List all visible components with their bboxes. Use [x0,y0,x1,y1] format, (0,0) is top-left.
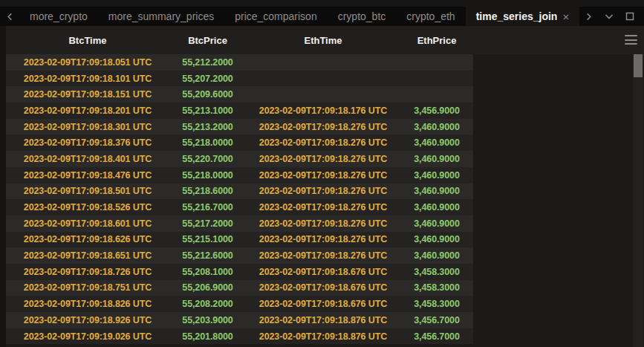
cell-eth-time: 2023-02-09T17:09:18.276 UTC [246,137,400,148]
scrollbar-track[interactable] [633,54,643,347]
table-row[interactable]: 2023-02-09T17:09:18.301 UTC55,213.200020… [6,119,473,135]
cell-eth-time: 2023-02-09T17:09:18.276 UTC [246,186,400,196]
chevron-down-icon[interactable] [602,10,616,23]
table-row[interactable]: 2023-02-09T17:09:18.101 UTC55,207.2000 [6,71,473,87]
table-row[interactable]: 2023-02-09T17:09:18.826 UTC55,208.200020… [6,296,473,312]
cell-btc-time: 2023-02-09T17:09:18.926 UTC [6,315,169,325]
tab-bar-controls [582,7,644,26]
cell-eth-price: 3,460.9000 [400,122,473,132]
scrollbar-thumb[interactable] [634,54,643,77]
table-row[interactable]: 2023-02-09T17:09:18.501 UTC55,218.600020… [6,184,473,200]
tab-price-comparison[interactable]: price_comparison [224,7,328,26]
cell-eth-price: 3,460.9000 [400,250,473,261]
tab-label: price_comparison [235,10,317,22]
cell-btc-time: 2023-02-09T17:09:18.726 UTC [6,267,169,277]
cell-eth-time: 2023-02-09T17:09:18.276 UTC [246,154,400,164]
scroll-tabs-left-icon[interactable] [0,7,19,26]
column-header-btc-time[interactable]: BtcTime [6,35,169,46]
cell-eth-price: 3,460.9000 [400,218,473,229]
cell-eth-price: 3,460.9000 [400,170,473,181]
cell-btc-time: 2023-02-09T17:09:18.301 UTC [6,122,169,132]
tab-label: crypto_eth [406,10,455,22]
tab-bar: more_crypto more_summary_prices price_co… [0,7,644,26]
cell-eth-time: 2023-02-09T17:09:18.676 UTC [246,282,400,293]
cell-btc-time: 2023-02-09T17:09:18.826 UTC [6,299,169,309]
cell-btc-price: 55,208.1000 [169,267,246,277]
table-row[interactable]: 2023-02-09T17:09:18.476 UTC55,218.000020… [6,167,473,184]
cell-eth-price: 3,456.9000 [400,106,473,116]
cell-eth-time: 2023-02-09T17:09:18.276 UTC [246,250,400,261]
table-row[interactable]: 2023-02-09T17:09:18.376 UTC55,218.000020… [6,134,473,151]
cell-btc-time: 2023-02-09T17:09:18.501 UTC [6,186,169,196]
table-row[interactable]: 2023-02-09T17:09:18.626 UTC55,215.100020… [6,232,473,248]
scroll-tabs-right-icon[interactable] [582,10,595,23]
window-top-edge [0,0,644,7]
tab-label: more_summary_prices [108,10,214,22]
cell-eth-price: 3,458.3000 [400,267,473,277]
cell-eth-time: 2023-02-09T17:09:18.876 UTC [246,331,400,342]
maximize-icon[interactable] [623,10,637,23]
cell-btc-price: 55,213.2000 [169,122,246,132]
cell-eth-time: 2023-02-09T17:09:18.676 UTC [246,299,400,309]
tab-label: crypto_btc [338,10,386,22]
cell-eth-price: 3,458.3000 [400,282,473,293]
cell-eth-price: 3,460.9000 [400,137,473,148]
cell-btc-time: 2023-02-09T17:09:18.601 UTC [6,218,169,229]
cell-btc-time: 2023-02-09T17:09:18.201 UTC [6,106,169,116]
cell-btc-price: 55,217.2000 [169,218,246,229]
cell-eth-price: 3,460.9000 [400,186,473,196]
table-row[interactable]: 2023-02-09T17:09:19.026 UTC55,201.800020… [6,328,473,345]
cell-eth-time: 2023-02-09T17:09:18.276 UTC [246,170,400,181]
table-row[interactable]: 2023-02-09T17:09:18.601 UTC55,217.200020… [6,215,473,232]
cell-eth-price: 3,460.9000 [400,202,473,213]
menu-icon[interactable] [625,35,637,45]
cell-btc-price: 55,216.7000 [169,202,246,213]
cell-eth-time: 2023-02-09T17:09:18.276 UTC [246,122,400,132]
table-row[interactable]: 2023-02-09T17:09:18.926 UTC55,203.900020… [6,312,473,328]
cell-btc-time: 2023-02-09T17:09:19.026 UTC [6,331,169,342]
cell-eth-time: 2023-02-09T17:09:18.276 UTC [246,218,400,229]
table-row[interactable]: 2023-02-09T17:09:18.151 UTC55,209.6000 [6,86,473,103]
cell-btc-time: 2023-02-09T17:09:18.051 UTC [6,57,169,68]
cell-btc-time: 2023-02-09T17:09:18.626 UTC [6,234,169,244]
column-header-btc-price[interactable]: BtcPrice [169,35,246,46]
tab-label: time_series_join [476,10,558,22]
cell-btc-time: 2023-02-09T17:09:18.376 UTC [6,137,169,148]
column-header-eth-price[interactable]: EthPrice [400,35,473,46]
tab-crypto-btc[interactable]: crypto_btc [328,7,397,26]
table-row[interactable]: 2023-02-09T17:09:18.526 UTC55,216.700020… [6,199,473,215]
tab-crypto-eth[interactable]: crypto_eth [396,7,465,26]
close-tab-icon[interactable]: × [562,11,569,22]
cell-eth-price: 3,458.3000 [400,299,473,309]
table-row[interactable]: 2023-02-09T17:09:18.051 UTC55,212.2000 [6,54,473,71]
tab-time-series-join[interactable]: time_series_join × [466,7,580,26]
cell-btc-price: 55,218.0000 [169,170,246,181]
window-left-edge [0,26,6,347]
table-row[interactable]: 2023-02-09T17:09:18.751 UTC55,206.900020… [6,280,473,296]
cell-btc-time: 2023-02-09T17:09:18.151 UTC [6,89,169,100]
cell-eth-price: 3,456.7000 [400,331,473,342]
table-row[interactable]: 2023-02-09T17:09:18.201 UTC55,213.100020… [6,103,473,119]
cell-btc-price: 55,207.2000 [169,74,246,84]
cell-btc-time: 2023-02-09T17:09:18.651 UTC [6,250,169,261]
cell-btc-time: 2023-02-09T17:09:18.476 UTC [6,170,169,181]
tab-more-summary-prices[interactable]: more_summary_prices [98,7,224,26]
header-row: BtcTime BtcPrice EthTime EthPrice [6,26,644,54]
table-row[interactable]: 2023-02-09T17:09:18.401 UTC55,220.700020… [6,151,473,167]
cell-btc-price: 55,218.0000 [169,137,246,148]
cell-btc-time: 2023-02-09T17:09:18.401 UTC [6,154,169,164]
cell-eth-time: 2023-02-09T17:09:18.276 UTC [246,234,400,244]
tab-more-crypto[interactable]: more_crypto [19,7,98,26]
table-row[interactable]: 2023-02-09T17:09:18.726 UTC55,208.100020… [6,264,473,280]
column-header-eth-time[interactable]: EthTime [246,35,400,46]
cell-eth-price: 3,460.9000 [400,154,473,164]
cell-btc-time: 2023-02-09T17:09:18.526 UTC [6,202,169,213]
cell-eth-price: 3,456.7000 [400,315,473,325]
table-row[interactable]: 2023-02-09T17:09:18.651 UTC55,212.600020… [6,247,473,264]
table-header: BtcTime BtcPrice EthTime EthPrice [0,26,644,54]
cell-eth-time: 2023-02-09T17:09:18.176 UTC [246,106,400,116]
cell-btc-price: 55,215.1000 [169,234,246,244]
cell-btc-price: 55,206.9000 [169,282,246,293]
cell-btc-price: 55,212.6000 [169,250,246,261]
cell-btc-price: 55,218.6000 [169,186,246,196]
